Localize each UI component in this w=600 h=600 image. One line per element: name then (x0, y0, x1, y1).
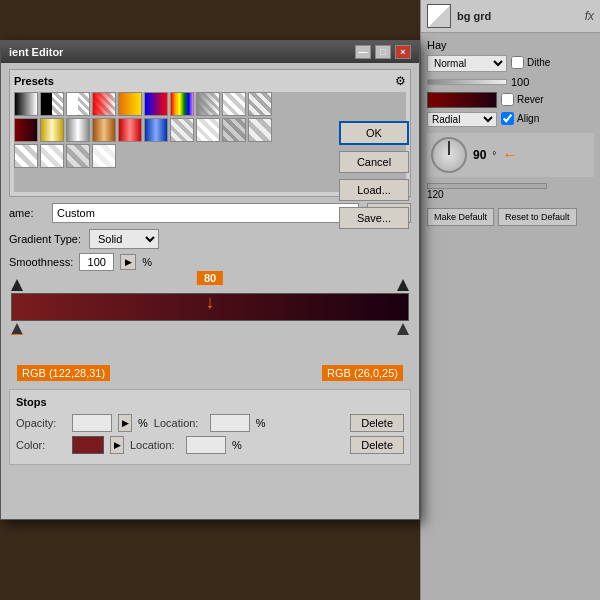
dither-checkbox-row[interactable]: Dithe (511, 56, 550, 69)
maximize-button[interactable]: □ (375, 45, 391, 59)
preset-checker3[interactable] (170, 118, 194, 142)
preset-gray-transparent[interactable] (196, 92, 220, 116)
preset-checker5[interactable] (222, 118, 246, 142)
right-panel: bg grd fx Hay Normal Dithe 100 Rever (420, 0, 600, 600)
opacity-slider[interactable] (427, 79, 507, 85)
location-unit-1: % (256, 417, 266, 429)
save-button[interactable]: Save... (339, 207, 409, 229)
preset-blue-red[interactable] (144, 92, 168, 116)
color-swatch-row: Rever (427, 92, 594, 108)
opacity-stop-left[interactable] (11, 279, 23, 291)
gradient-preview-right[interactable] (427, 92, 497, 108)
color-stop-left-marker[interactable] (11, 323, 23, 335)
right-buttons: Make Default Reset to Default (427, 208, 594, 226)
preset-black-transparent[interactable] (40, 92, 64, 116)
preset-checker2[interactable] (248, 92, 272, 116)
preset-gold[interactable] (40, 118, 64, 142)
smoothness-arrow-button[interactable]: ▶ (120, 254, 136, 270)
layer-thumbnail (427, 4, 451, 28)
scale-slider[interactable] (427, 183, 547, 189)
rgb-right-label: RGB (26,0,25) (322, 365, 403, 381)
smoothness-label: Smoothness: (9, 256, 73, 268)
gradient-type-select[interactable]: Solid Noise (89, 229, 159, 249)
align-checkbox-row[interactable]: Align (501, 112, 539, 125)
preset-checker7[interactable] (14, 144, 38, 168)
dialog-titlebar: ient Editor — □ × (1, 41, 419, 63)
stops-title: Stops (16, 396, 404, 408)
smoothness-input[interactable] (79, 253, 114, 271)
minimize-button[interactable]: — (355, 45, 371, 59)
opacity-stop-right[interactable] (397, 279, 409, 291)
preset-checker8[interactable] (40, 144, 64, 168)
opacity-value: 100 (511, 76, 529, 88)
preset-checker10[interactable] (92, 144, 116, 168)
preset-dark-red[interactable] (14, 118, 38, 142)
opacity-stop-arrow[interactable]: ▶ (118, 414, 132, 432)
reverse-checkbox[interactable] (501, 93, 514, 106)
ok-button[interactable]: OK (339, 121, 409, 145)
callout-label: 80 (197, 271, 223, 285)
fx-badge: fx (585, 9, 594, 23)
preset-copper[interactable] (92, 118, 116, 142)
reverse-checkbox-row[interactable]: Rever (501, 93, 544, 106)
reverse-label: Rever (517, 94, 544, 105)
location-label-2: Location: (130, 439, 180, 451)
preset-white-transparent[interactable] (66, 92, 90, 116)
presets-header: Presets ⚙ (14, 74, 406, 88)
rgb-left-label: RGB (122,28,31) (17, 365, 110, 381)
callout-arrow-icon: ↓ (206, 293, 215, 311)
color-stops-row: Color: ▶ Location: % Delete (16, 436, 404, 454)
color-stop-label: Color: (16, 439, 66, 451)
preset-orange-yellow[interactable] (118, 92, 142, 116)
blend-label: Hay (427, 39, 447, 51)
preset-red-transparent[interactable] (92, 92, 116, 116)
radial-row: Radial Align (427, 112, 594, 127)
angle-section: 90 ° ← (427, 133, 594, 177)
name-input[interactable] (52, 203, 359, 223)
gradient-editor-dialog: ient Editor — □ × Presets ⚙ (0, 40, 420, 520)
name-label: ame: (9, 207, 44, 219)
action-buttons: OK Cancel Load... Save... (339, 121, 409, 229)
location-input-2[interactable] (186, 436, 226, 454)
gear-icon[interactable]: ⚙ (395, 74, 406, 88)
titlebar-controls: — □ × (355, 45, 411, 59)
dither-checkbox[interactable] (511, 56, 524, 69)
preset-row-1 (14, 92, 406, 116)
close-button[interactable]: × (395, 45, 411, 59)
load-button[interactable]: Load... (339, 179, 409, 201)
color-stop-markers (9, 323, 411, 335)
make-default-button[interactable]: Make Default (427, 208, 494, 226)
opacity-stop-unit: % (138, 417, 148, 429)
angle-dial[interactable] (431, 137, 467, 173)
preset-silver[interactable] (66, 118, 90, 142)
reset-default-button[interactable]: Reset to Default (498, 208, 577, 226)
layer-header: bg grd fx (421, 0, 600, 33)
location-input-1[interactable] (210, 414, 250, 432)
preset-red-grad[interactable] (118, 118, 142, 142)
angle-arrow-icon: ← (502, 146, 518, 164)
preset-black-white[interactable] (14, 92, 38, 116)
angle-value: 90 (473, 148, 486, 162)
delete-button-1[interactable]: Delete (350, 414, 404, 432)
color-stop-arrow[interactable]: ▶ (110, 436, 124, 454)
location-label-1: Location: (154, 417, 204, 429)
preset-blue-grad[interactable] (144, 118, 168, 142)
scale-value: 120 (427, 189, 444, 200)
color-stop-swatch[interactable] (72, 436, 104, 454)
dither-label: Dithe (527, 57, 550, 68)
blend-mode-row: Normal Dithe (427, 55, 594, 72)
preset-checker9[interactable] (66, 144, 90, 168)
preset-checker4[interactable] (196, 118, 220, 142)
blend-mode-select[interactable]: Normal (427, 55, 507, 72)
align-checkbox[interactable] (501, 112, 514, 125)
gradient-bar-wrapper: 80 ↓ (11, 293, 409, 321)
cancel-button[interactable]: Cancel (339, 151, 409, 173)
preset-checker1[interactable] (222, 92, 246, 116)
radial-select[interactable]: Radial (427, 112, 497, 127)
color-stop-right-marker[interactable] (397, 323, 409, 335)
delete-button-2[interactable]: Delete (350, 436, 404, 454)
opacity-stop-input[interactable] (72, 414, 112, 432)
preset-checker6[interactable] (248, 118, 272, 142)
scale-row: 120 (427, 183, 594, 200)
preset-rainbow[interactable] (170, 92, 194, 116)
